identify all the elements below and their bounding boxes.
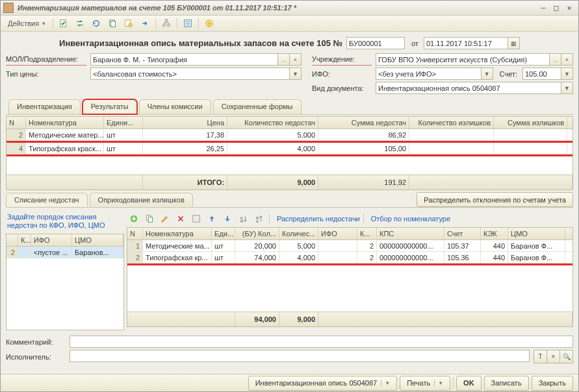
footer-snd: 191,92 [318,175,409,190]
mol-input[interactable]: Баранов Ф. М. - Типография [90,53,278,66]
clear-icon[interactable]: × [547,350,560,363]
col-qty[interactable]: Количес... [279,228,318,239]
table-row[interactable]: 4 Типографская краск... шт 26,25 4,000 1… [6,143,573,154]
col-unit[interactable]: Едини... [104,117,143,129]
col-n[interactable]: N [6,117,26,129]
col-nomenclature[interactable]: Номенклатура [26,117,104,129]
col-shortage-qty[interactable]: Количество недостач [227,117,318,129]
add-icon[interactable] [127,212,141,225]
col-ifo[interactable]: ИФО [318,228,357,239]
chevron-down-icon[interactable]: ▼ [290,67,302,80]
col-nomenclature[interactable]: Номенклатура [143,228,212,239]
col-kek[interactable]: КЭК [481,228,508,239]
doc-title: Инвентаризационная опись материальных за… [59,38,342,48]
based-on-icon[interactable] [122,17,136,30]
svg-rect-2 [111,21,116,27]
calendar-icon[interactable]: ▦ [508,37,520,49]
ifo-input[interactable]: <без учета ИФО> [376,67,482,80]
svg-rect-16 [148,217,152,222]
results-grid: N Номенклатура Едини... Цена Количество … [6,116,573,190]
tab-commission[interactable]: Члены комиссии [139,99,211,114]
tab-saved-forms[interactable]: Сохраненные формы [213,99,302,114]
print-button[interactable]: Печать ▼ [400,376,450,391]
actions-menu[interactable]: Действия ▼ [3,17,49,30]
refresh-icon[interactable] [89,17,103,30]
distribute-shortage-link[interactable]: Распределить недостачи [277,215,360,223]
account-input[interactable]: 105.00 [522,67,561,80]
table-row[interactable]: 1 Методические ма... шт 20,000 5,000 2 0… [127,240,573,252]
select-dialog-icon[interactable]: ... [550,53,561,66]
executor-input[interactable] [70,350,530,362]
separator [363,214,364,224]
edit-icon[interactable] [158,212,172,225]
minimize-button[interactable]: — [537,3,550,13]
table-row[interactable]: 2 Методические матер... шт 17,38 5,000 8… [6,129,573,141]
chevron-down-icon[interactable]: ▼ [482,67,493,80]
go-icon[interactable] [138,17,152,30]
col-surplus-sum[interactable]: Сумма излишков [494,117,567,129]
copy-doc-icon[interactable] [105,17,120,30]
comment-input[interactable] [70,336,573,348]
col-ifo[interactable]: ИФО [31,234,72,246]
tab-inventory[interactable]: Инвентаризация [8,99,81,114]
chevron-down-icon: ▼ [434,380,443,386]
delete-icon[interactable] [174,212,188,225]
col-k[interactable]: К... [18,234,31,246]
col-kps[interactable]: КПС [377,228,444,239]
tab-surplus[interactable]: Оприходование излишков [90,193,193,206]
col-shortage-sum[interactable]: Сумма недостач [318,117,409,129]
chevron-down-icon[interactable]: ▼ [561,82,573,94]
move-up-icon[interactable] [205,212,219,225]
close-button[interactable]: ✕ [563,3,576,13]
copy-row-icon[interactable] [142,212,157,225]
clear-icon[interactable]: × [290,53,302,66]
structure-icon[interactable] [159,17,174,30]
svg-rect-5 [165,19,168,21]
sort-asc-icon[interactable]: AЯ [236,212,250,225]
doc-type-input[interactable]: Инвентаризационная опись 0504087 [376,82,561,94]
move-down-icon[interactable] [220,212,235,225]
select-dialog-icon[interactable]: ... [278,53,290,66]
distribute-button[interactable]: Распределить отклонения по счетам учета [417,192,573,207]
filter-link[interactable]: Отбор по номенклатуре [371,215,450,223]
ok-button[interactable]: OK [456,376,482,391]
status-bar: Инвентаризационная опись 0504087 ▼ Печат… [1,374,578,391]
footer-knd: 9,000 [227,175,318,190]
col-cmo[interactable]: ЦМО [508,228,565,239]
col-n[interactable]: N [127,228,143,239]
price-type-input[interactable]: <балансовая стоимость> [90,67,290,80]
svg-rect-6 [163,25,166,27]
org-input[interactable]: ГОБУ ВПО Университет искусств (Субсидия) [376,53,550,66]
swap-icon[interactable] [73,17,87,30]
col-kfo[interactable]: К... [357,228,377,239]
col-unit[interactable]: Еди... [212,228,235,239]
finish-icon[interactable] [189,212,203,225]
magnifier-icon[interactable]: 🔍 [560,350,573,363]
col-cmo[interactable]: ЦМО [72,234,123,246]
tab-writeoff[interactable]: Списание недостач [6,193,88,206]
col-surplus-qty[interactable]: Количество излишков [409,117,494,129]
col-price[interactable]: Цена [143,117,227,129]
close-doc-button[interactable]: Закрыть [532,376,573,391]
table-row[interactable]: 2 <пустое ... Баранов... [6,247,123,258]
sort-desc-icon[interactable]: ЯA [251,212,266,225]
doc-date-input[interactable]: 01.11.2017 10:51:17 [424,37,508,49]
chevron-down-icon: ▼ [41,21,46,27]
maximize-button[interactable]: □ [550,3,563,13]
footer-kol: 9,000 [279,312,318,326]
table-row[interactable]: 2 Типографская кр... шт 74,000 4,000 2 0… [127,252,573,263]
chevron-down-icon[interactable]: ▼ [561,67,573,80]
writeoff-grid: N Номенклатура Еди... (БУ) Кол... Количе… [127,227,573,327]
properties-icon[interactable] [181,17,195,30]
text-tool-icon[interactable]: T [534,350,547,363]
post-icon[interactable] [57,17,71,30]
window-title: Инвентаризация материалов на счете 105 Б… [18,4,537,12]
form-name-combo[interactable]: Инвентаризационная опись 0504087 ▼ [248,376,397,391]
tab-results[interactable]: Результаты [83,99,137,114]
col-bu-qty[interactable]: (БУ) Кол... [235,228,279,239]
clear-icon[interactable]: × [561,53,573,66]
doc-number-input[interactable]: БУ000001 [346,37,405,49]
help-icon[interactable]: ? [202,17,216,30]
save-button[interactable]: Записать [484,376,529,391]
col-account[interactable]: Счет [444,228,481,239]
